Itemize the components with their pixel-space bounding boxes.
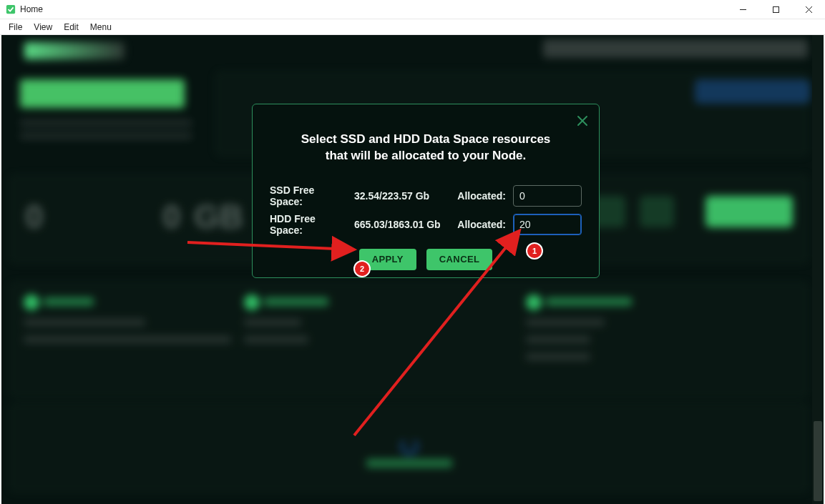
modal-heading: Select SSD and HDD Data Space resources … <box>253 104 599 164</box>
scrollbar-thumb[interactable] <box>814 421 822 501</box>
app-icon <box>6 4 16 14</box>
menu-menu[interactable]: Menu <box>84 22 117 32</box>
window-titlebar: Home <box>0 0 825 19</box>
scrollbar[interactable] <box>812 35 824 504</box>
menubar: File View Edit Menu <box>0 19 825 35</box>
svg-rect-0 <box>6 5 15 14</box>
window-maximize-button[interactable] <box>759 0 792 19</box>
hdd-allocated-input[interactable] <box>513 214 582 235</box>
hdd-row: HDD Free Space: 665.03/1863.01 Gb Alloca… <box>270 210 582 239</box>
ssd-free-value: 32.54/223.57 Gb <box>354 190 429 202</box>
ssd-row: SSD Free Space: 32.54/223.57 Gb Allocate… <box>270 182 582 210</box>
svg-rect-1 <box>773 6 778 12</box>
ssd-allocated-label: Allocated: <box>457 190 506 202</box>
ssd-allocated-input[interactable] <box>513 185 582 207</box>
window-title: Home <box>20 4 43 14</box>
app-viewport: 0 0 GB <box>1 35 824 504</box>
apply-button[interactable]: APPLY <box>359 249 416 270</box>
close-icon[interactable] <box>576 114 589 127</box>
window-close-button[interactable] <box>792 0 825 19</box>
hdd-free-value: 665.03/1863.01 Gb <box>354 219 441 230</box>
menu-view[interactable]: View <box>28 22 58 32</box>
cancel-button[interactable]: CANCEL <box>426 249 493 270</box>
menu-file[interactable]: File <box>3 22 28 32</box>
hdd-allocated-label: Allocated: <box>457 219 506 230</box>
window-minimize-button[interactable] <box>726 0 759 19</box>
ssd-free-label: SSD Free Space: <box>270 184 347 207</box>
hdd-free-label: HDD Free Space: <box>270 213 347 236</box>
storage-allocation-modal: Select SSD and HDD Data Space resources … <box>252 104 600 278</box>
menu-edit[interactable]: Edit <box>58 22 84 32</box>
